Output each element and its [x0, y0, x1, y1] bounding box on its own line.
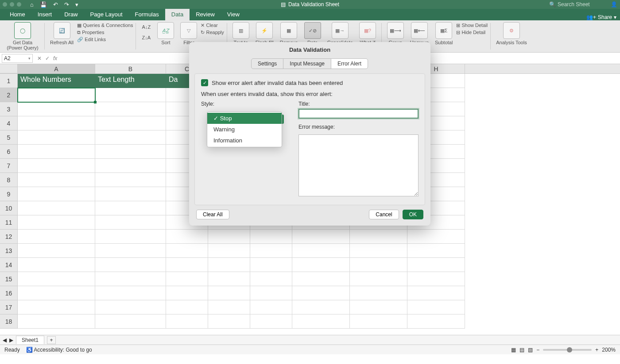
confirm-entry-icon[interactable]: ✓ — [45, 55, 50, 61]
row-header-4[interactable]: 4 — [0, 116, 18, 130]
error-title-input[interactable] — [298, 109, 418, 119]
cell-A6[interactable] — [18, 145, 95, 159]
edit-links-button[interactable]: 🔗 Edit Links — [77, 37, 133, 42]
cell-A5[interactable] — [18, 130, 95, 145]
cell-H13[interactable] — [407, 244, 465, 258]
dialog-tab-error-alert[interactable]: Error Alert — [331, 58, 368, 69]
cell-E12[interactable] — [250, 230, 292, 244]
select-all-corner[interactable] — [0, 64, 18, 73]
cell-B1[interactable]: Text Length — [95, 74, 166, 88]
cell-G14[interactable] — [350, 258, 407, 272]
dialog-tab-settings[interactable]: Settings — [251, 58, 283, 69]
cell-B14[interactable] — [95, 258, 166, 272]
minimize-window-icon[interactable] — [10, 2, 14, 7]
fx-label[interactable]: fx — [53, 55, 57, 61]
cell-D18[interactable] — [208, 314, 250, 329]
row-header-7[interactable]: 7 — [0, 159, 18, 173]
cell-C15[interactable] — [166, 272, 208, 286]
row-header-17[interactable]: 17 — [0, 300, 18, 314]
cell-B16[interactable] — [95, 286, 166, 300]
column-header-A[interactable]: A — [18, 64, 95, 73]
cell-B17[interactable] — [95, 300, 166, 314]
cell-C18[interactable] — [166, 314, 208, 329]
row-header-8[interactable]: 8 — [0, 173, 18, 187]
cell-G12[interactable] — [350, 230, 407, 244]
zoom-level[interactable]: 200% — [602, 347, 616, 353]
window-controls[interactable] — [3, 2, 21, 7]
cell-A15[interactable] — [18, 272, 95, 286]
row-header-14[interactable]: 14 — [0, 258, 18, 272]
column-header-B[interactable]: B — [95, 64, 166, 73]
cell-C14[interactable] — [166, 258, 208, 272]
row-header-5[interactable]: 5 — [0, 130, 18, 145]
cell-D15[interactable] — [208, 272, 250, 286]
view-normal-icon[interactable]: ▦ — [511, 347, 516, 353]
cell-C13[interactable] — [166, 244, 208, 258]
cell-A2[interactable] — [18, 88, 95, 102]
tab-home[interactable]: Home — [4, 9, 31, 20]
cell-E13[interactable] — [250, 244, 292, 258]
row-header-3[interactable]: 3 — [0, 102, 18, 116]
error-message-input[interactable] — [298, 134, 418, 196]
view-page-break-icon[interactable]: ▧ — [528, 347, 533, 353]
cell-H16[interactable] — [407, 286, 465, 300]
cell-A4[interactable] — [18, 116, 95, 130]
cell-B5[interactable] — [95, 130, 166, 145]
cell-F16[interactable] — [292, 286, 350, 300]
tab-review[interactable]: Review — [190, 9, 221, 20]
close-window-icon[interactable] — [3, 2, 7, 7]
row-header-9[interactable]: 9 — [0, 187, 18, 201]
home-icon[interactable]: ⌂ — [30, 1, 34, 8]
cell-D13[interactable] — [208, 244, 250, 258]
properties-button[interactable]: ⧉ Properties — [77, 30, 133, 35]
row-header-1[interactable]: 1 — [0, 74, 18, 88]
style-option-information[interactable]: Information — [207, 135, 282, 146]
style-option-warning[interactable]: Warning — [207, 124, 282, 135]
zoom-in-icon[interactable]: + — [595, 347, 598, 353]
cell-A7[interactable] — [18, 159, 95, 173]
clear-all-button[interactable]: Clear All — [196, 210, 229, 219]
sheet-tab-active[interactable]: Sheet1 — [16, 336, 44, 344]
cell-G18[interactable] — [350, 314, 407, 329]
cell-H12[interactable] — [407, 230, 465, 244]
undo-icon[interactable]: ↶ — [53, 1, 58, 8]
cell-A11[interactable] — [18, 215, 95, 230]
cell-A14[interactable] — [18, 258, 95, 272]
tab-page-layout[interactable]: Page Layout — [84, 9, 129, 20]
show-error-checkbox[interactable]: ✓ — [201, 79, 208, 86]
cell-A9[interactable] — [18, 187, 95, 201]
hide-detail-button[interactable]: ⊟ Hide Detail — [456, 30, 488, 35]
cell-B6[interactable] — [95, 145, 166, 159]
cancel-button[interactable]: Cancel — [369, 210, 399, 219]
cell-B7[interactable] — [95, 159, 166, 173]
get-data-group[interactable]: ◯ Get Data (Power Query) — [4, 21, 42, 51]
cell-A3[interactable] — [18, 102, 95, 116]
tab-draw[interactable]: Draw — [58, 9, 84, 20]
show-detail-button[interactable]: ⊞ Show Detail — [456, 23, 488, 28]
tab-data[interactable]: Data — [165, 9, 190, 20]
cell-B2[interactable] — [95, 88, 166, 102]
cell-A13[interactable] — [18, 244, 95, 258]
qat-dropdown-icon[interactable]: ▾ — [75, 1, 78, 8]
cell-A12[interactable] — [18, 230, 95, 244]
clear-filter-button[interactable]: ✕ Clear — [201, 23, 224, 28]
cell-F15[interactable] — [292, 272, 350, 286]
cell-E17[interactable] — [250, 300, 292, 314]
cell-B3[interactable] — [95, 102, 166, 116]
row-header-6[interactable]: 6 — [0, 145, 18, 159]
search-input[interactable] — [558, 1, 606, 8]
sheet-nav-next-icon[interactable]: ▶ — [9, 337, 13, 343]
ok-button[interactable]: OK — [403, 210, 423, 219]
cell-B4[interactable] — [95, 116, 166, 130]
view-page-layout-icon[interactable]: ▤ — [519, 347, 524, 353]
name-box[interactable]: A2 ▾ — [2, 54, 33, 63]
cell-A18[interactable] — [18, 314, 95, 329]
row-header-2[interactable]: 2 — [0, 88, 18, 102]
row-header-18[interactable]: 18 — [0, 314, 18, 329]
cell-B9[interactable] — [95, 187, 166, 201]
cell-A16[interactable] — [18, 286, 95, 300]
cell-B12[interactable] — [95, 230, 166, 244]
zoom-out-icon[interactable]: − — [536, 347, 539, 353]
cell-E15[interactable] — [250, 272, 292, 286]
cancel-entry-icon[interactable]: ✕ — [37, 55, 42, 61]
